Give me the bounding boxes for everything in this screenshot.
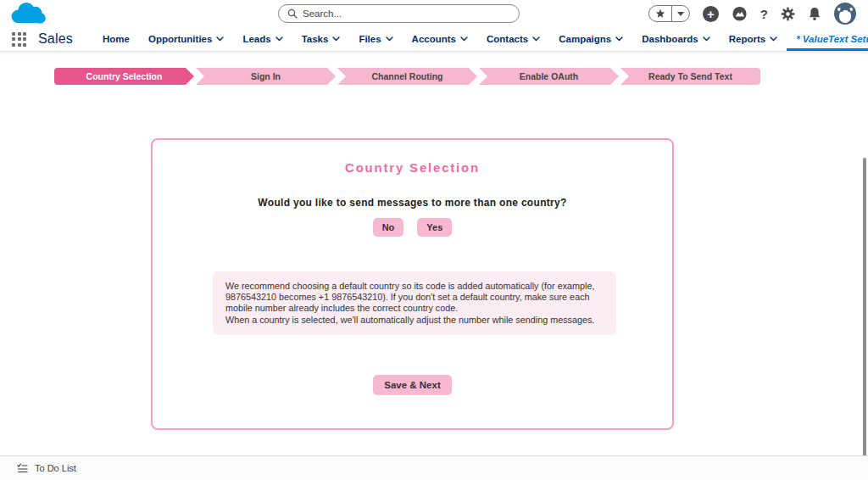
nav-tab-accounts[interactable]: Accounts [403, 27, 477, 51]
nav-tabs: Home Opportunities Leads Tasks Files Acc… [93, 27, 868, 51]
help-icon[interactable]: ? [760, 7, 768, 21]
path-step-channel-routing[interactable]: Channel Routing [337, 68, 477, 85]
save-next-button[interactable]: Save & Next [373, 375, 451, 395]
chevron-down-icon[interactable] [615, 36, 623, 42]
utility-bar: To Do List [0, 455, 868, 480]
nav-tab-opportunities[interactable]: Opportunities [139, 27, 233, 51]
nav-tab-dashboards[interactable]: Dashboards [632, 27, 719, 51]
search-icon [287, 8, 298, 19]
chevron-down-icon[interactable] [386, 36, 393, 42]
path-step-sign-in[interactable]: Sign In [196, 68, 336, 85]
page-title: Country Selection [153, 160, 672, 175]
favorites-star-icon[interactable] [649, 6, 671, 21]
nav-tab-label: Accounts [412, 34, 456, 44]
search-input[interactable] [303, 8, 510, 19]
nav-tab-tasks[interactable]: Tasks [292, 27, 350, 51]
nav-tab-valuetext-setup[interactable]: * ValueText Setup × [787, 27, 868, 51]
path-step-enable-oauth[interactable]: Enable OAuth [479, 68, 619, 85]
chevron-down-icon[interactable] [770, 36, 777, 42]
yes-button[interactable]: Yes [417, 218, 452, 237]
nav-tab-files[interactable]: Files [349, 27, 402, 51]
chevron-down-icon[interactable] [216, 36, 224, 42]
favorites-control[interactable] [648, 5, 690, 22]
global-search[interactable] [278, 4, 520, 23]
nav-tab-label: Contacts [487, 34, 528, 44]
path-step-ready-to-send-text[interactable]: Ready To Send Text [620, 68, 760, 85]
nav-tab-label: Files [359, 34, 381, 44]
todo-list-icon [17, 463, 28, 473]
nav-tab-label: Dashboards [642, 34, 698, 44]
chevron-down-icon[interactable] [275, 36, 283, 42]
nav-tab-home[interactable]: Home [93, 27, 139, 51]
app-launcher-icon[interactable] [12, 32, 26, 47]
nav-tab-campaigns[interactable]: Campaigns [549, 27, 632, 51]
global-actions-plus-icon[interactable]: + [703, 6, 719, 22]
country-selection-card: Country Selection Would you like to send… [151, 138, 674, 430]
setup-gear-icon[interactable] [781, 7, 795, 21]
nav-tab-label: Reports [729, 34, 765, 44]
favorites-caret-icon[interactable] [671, 6, 689, 21]
nav-tab-label: Campaigns [559, 34, 611, 44]
chevron-down-icon[interactable] [532, 36, 540, 42]
chevron-down-icon[interactable] [703, 36, 710, 42]
setup-progress-path: Country Selection Sign In Channel Routin… [54, 68, 760, 85]
nav-tab-contacts[interactable]: Contacts [477, 27, 549, 51]
todo-list-button[interactable]: To Do List [35, 463, 76, 473]
chevron-down-icon[interactable] [332, 36, 340, 42]
no-button[interactable]: No [373, 218, 404, 237]
nav-tab-label: Home [103, 34, 130, 44]
info-text-line: We recommend choosing a default country … [225, 281, 604, 315]
recommendation-info-box: We recommend choosing a default country … [213, 271, 616, 335]
chevron-down-icon[interactable] [460, 36, 468, 42]
global-header: + ? [0, 0, 868, 27]
info-text-line: When a country is selected, we'll automa… [225, 315, 604, 326]
app-window: + ? [0, 0, 868, 480]
vertical-scrollbar[interactable] [863, 158, 866, 480]
nav-tab-label: * ValueText Setup [796, 34, 868, 44]
country-question-label: Would you like to send messages to more … [153, 197, 672, 209]
salesforce-cloud-logo [7, 1, 47, 27]
nav-tab-label: Leads [242, 34, 270, 44]
app-name: Sales [38, 31, 73, 47]
nav-tab-leads[interactable]: Leads [233, 27, 292, 51]
path-step-country-selection[interactable]: Country Selection [54, 68, 194, 85]
yes-no-button-group: No Yes [153, 218, 672, 237]
main-content: Country Selection Sign In Channel Routin… [0, 52, 868, 455]
nav-tab-label: Opportunities [148, 34, 212, 44]
guidance-center-icon[interactable] [732, 6, 748, 22]
nav-tab-label: Tasks [302, 34, 329, 44]
app-navigation-bar: Sales Home Opportunities Leads Tasks Fil… [0, 27, 868, 52]
notifications-bell-icon[interactable] [808, 7, 821, 21]
nav-tab-reports[interactable]: Reports [720, 27, 787, 51]
user-avatar[interactable] [834, 3, 856, 25]
